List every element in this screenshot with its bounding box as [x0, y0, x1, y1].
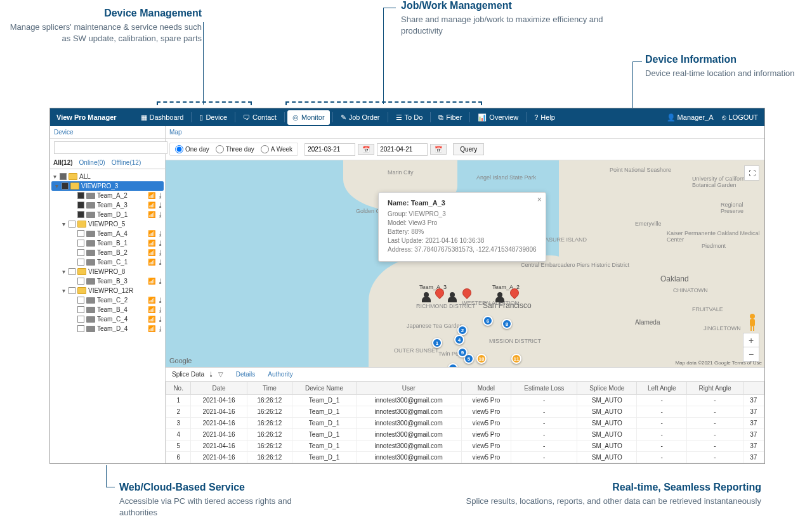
radio-three-day[interactable]: Three day — [216, 145, 254, 153]
tree-device[interactable]: Team_D_1📶⭳ — [51, 210, 164, 219]
nav-todo[interactable]: ☰ To Do — [391, 110, 428, 125]
date-to-picker[interactable]: 📅 — [430, 144, 447, 155]
column-header[interactable]: Time — [247, 382, 292, 395]
map-marker[interactable]: 10 — [476, 354, 487, 364]
download-icon[interactable]: ⭳ — [157, 249, 164, 256]
column-header[interactable]: Model — [461, 382, 511, 395]
download-icon[interactable]: ⭳ — [157, 278, 164, 285]
search-input[interactable] — [54, 141, 167, 154]
tree-device[interactable]: Team_B_4📶⭳ — [51, 305, 164, 314]
caret-icon[interactable]: ▾ — [60, 268, 67, 275]
tree-device[interactable]: Team_B_1📶⭳ — [51, 238, 164, 248]
map-marker[interactable]: 11 — [511, 354, 521, 364]
radio-week[interactable]: A Week — [261, 145, 292, 153]
zoom-out-button[interactable]: − — [743, 347, 759, 361]
filter-icon[interactable]: ▽ — [218, 371, 223, 378]
tree-device[interactable]: Team_C_4📶⭳ — [51, 314, 164, 324]
map-marker[interactable]: 6 — [483, 316, 493, 326]
column-header[interactable]: Date — [191, 382, 247, 395]
map-marker[interactable]: 9 — [457, 347, 468, 357]
tree-device[interactable]: Team_D_4📶⭳ — [51, 324, 164, 333]
download-icon[interactable]: ⭳ — [157, 259, 164, 266]
tree-folder[interactable]: ▾ALL — [51, 172, 164, 181]
tab-authority[interactable]: Authority — [261, 368, 299, 381]
query-button[interactable]: Query — [453, 143, 484, 155]
tree-folder[interactable]: ▾VIEWPRO_5 — [51, 219, 164, 229]
checkbox[interactable] — [77, 278, 84, 285]
nav-monitor[interactable]: ◎ Monitor — [287, 110, 330, 125]
caret-icon[interactable]: ▾ — [53, 183, 60, 190]
download-icon[interactable]: ⭳ — [157, 202, 164, 209]
checkbox[interactable] — [69, 221, 75, 228]
nav-overview[interactable]: 📊 Overview — [473, 110, 523, 125]
nav-device[interactable]: ▯ Device — [194, 110, 232, 125]
filter-online[interactable]: Online(0) — [76, 157, 108, 169]
nav-help[interactable]: ? Help — [529, 110, 560, 124]
zoom-in-button[interactable]: + — [743, 333, 759, 347]
tree-folder[interactable]: ▾VIEWPRO_12R — [51, 286, 164, 295]
map-marker[interactable]: 8 — [502, 319, 512, 329]
column-header[interactable]: User — [356, 382, 461, 395]
column-header[interactable]: Device Name — [292, 382, 357, 395]
download-icon[interactable]: ⭳ — [208, 371, 214, 378]
nav-fiber[interactable]: ⧉ Fiber — [433, 110, 467, 125]
download-icon[interactable]: ⭳ — [157, 325, 164, 332]
caret-icon[interactable]: ▾ — [51, 173, 58, 180]
tree-folder[interactable]: ▾VIEWPRO_8 — [51, 267, 164, 276]
download-icon[interactable]: ⭳ — [157, 316, 164, 323]
nav-dashboard[interactable]: ▦ Dashboard — [136, 110, 189, 125]
nav-job-order[interactable]: ✎ Job Order — [336, 110, 385, 125]
table-row[interactable]: 62021-04-1616:26:12Team_D_1innotest300@g… — [166, 452, 764, 463]
tree-device[interactable]: Team_A_3📶⭳ — [51, 200, 164, 210]
tree-device[interactable]: Team_B_3📶⭳ — [51, 276, 164, 286]
checkbox[interactable] — [69, 287, 75, 294]
column-header[interactable]: Splice Mode — [577, 382, 637, 395]
map-marker[interactable]: 4 — [454, 335, 464, 345]
tree-device[interactable]: Team_C_1📶⭳ — [51, 257, 164, 267]
date-from-picker[interactable]: 📅 — [358, 144, 374, 155]
table-row[interactable]: 22021-04-1616:26:12Team_D_1innotest300@g… — [166, 406, 764, 418]
checkbox[interactable] — [77, 297, 84, 304]
tree-device[interactable]: Team_C_2📶⭳ — [51, 295, 164, 305]
download-icon[interactable]: ⭳ — [157, 306, 164, 313]
close-icon[interactable]: × — [537, 195, 542, 204]
table-row[interactable]: 42021-04-1616:26:12Team_D_1innotest300@g… — [166, 429, 764, 441]
checkbox[interactable] — [77, 249, 84, 256]
tree-folder[interactable]: ▾VIEWPRO_3 — [51, 181, 164, 191]
nav-contact[interactable]: 🗨 Contact — [238, 110, 282, 124]
pegman-icon[interactable] — [745, 312, 759, 331]
checkbox[interactable] — [60, 173, 67, 180]
checkbox[interactable] — [69, 268, 75, 275]
column-header[interactable]: Estimate Loss — [511, 382, 577, 395]
column-header[interactable]: Right Angle — [687, 382, 743, 395]
download-icon[interactable]: ⭳ — [157, 192, 164, 199]
checkbox[interactable] — [77, 230, 84, 237]
filter-all[interactable]: All(12) — [50, 157, 76, 169]
filter-offline[interactable]: Offline(12) — [108, 157, 145, 169]
fullscreen-button[interactable]: ⛶ — [744, 165, 759, 181]
map-marker[interactable]: 2 — [457, 325, 468, 335]
column-header[interactable]: No. — [166, 382, 191, 395]
checkbox[interactable] — [77, 306, 84, 313]
download-icon[interactable]: ⭳ — [157, 211, 164, 218]
table-row[interactable]: 52021-04-1616:26:12Team_D_1innotest300@g… — [166, 441, 764, 452]
tree-device[interactable]: Team_A_2📶⭳ — [51, 191, 164, 200]
caret-icon[interactable]: ▾ — [60, 287, 67, 294]
logout-button[interactable]: ⎋ LOGOUT — [722, 113, 758, 121]
download-icon[interactable]: ⭳ — [157, 230, 164, 237]
checkbox[interactable] — [77, 325, 84, 332]
date-from-input[interactable] — [304, 143, 355, 156]
tree-device[interactable]: Team_B_2📶⭳ — [51, 248, 164, 257]
checkbox[interactable] — [77, 192, 84, 199]
checkbox[interactable] — [77, 259, 84, 266]
tree-device[interactable]: Team_A_4📶⭳ — [51, 229, 164, 238]
map-marker[interactable]: 1 — [432, 338, 442, 348]
tab-splice-data[interactable]: Splice Data ⭳ ▽ — [166, 368, 230, 381]
column-header[interactable] — [743, 382, 764, 395]
table-row[interactable]: 32021-04-1616:26:12Team_D_1innotest300@g… — [166, 418, 764, 429]
map[interactable]: Marin City Sausalito Angel Island State … — [166, 160, 764, 367]
checkbox[interactable] — [77, 211, 84, 218]
radio-one-day[interactable]: One day — [175, 145, 209, 153]
checkbox[interactable] — [77, 202, 84, 209]
download-icon[interactable]: ⭳ — [157, 297, 164, 304]
